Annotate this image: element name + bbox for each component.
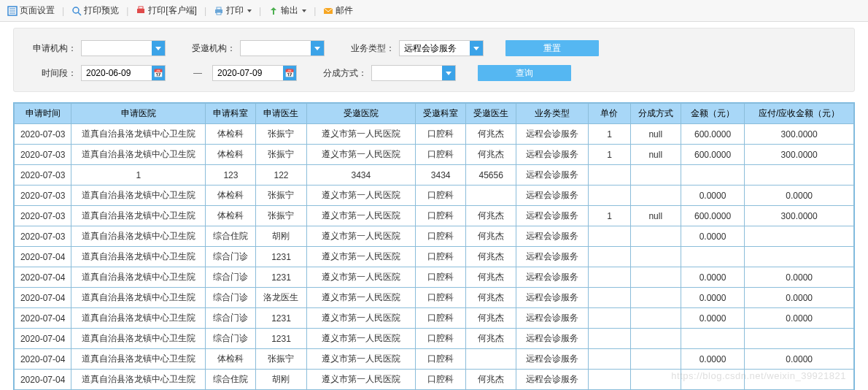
table-row[interactable]: 2020-07-04道真自治县洛龙镇中心卫生院体检科张振宁遵义市第一人民医院口腔… [15,349,854,370]
table-cell: 1231 [256,247,306,267]
biz-type-select[interactable] [399,40,484,56]
mail-button[interactable]: 邮件 [322,3,354,18]
column-header: 单价 [589,104,631,124]
table-cell [589,226,631,247]
filter-row-2: 时间段： 📅 — 📅 分成方式： 查询 [28,65,840,81]
apply-org-input[interactable] [82,41,152,56]
table-cell [745,370,854,390]
date-to-field[interactable] [213,66,283,80]
dropdown-trigger[interactable] [152,41,165,56]
export-button[interactable]: 输出 [267,3,308,18]
column-header: 申请医生 [256,104,306,124]
table-cell: 2020-07-04 [15,329,71,349]
dropdown-trigger[interactable] [442,66,455,80]
table-cell: 0.0000 [745,186,854,206]
table-cell: 综合门诊 [206,288,256,308]
table-cell: 张振宁 [256,124,306,145]
table-cell: 0.0000 [745,288,854,308]
table-row[interactable]: 2020-07-04道真自治县洛龙镇中心卫生院综合门诊1231遵义市第一人民医院… [15,329,854,349]
table-cell: 遵义市第一人民医院 [306,247,416,267]
table-row[interactable]: 2020-07-04道真自治县洛龙镇中心卫生院综合门诊1231遵义市第一人民医院… [15,267,854,288]
dropdown-trigger[interactable] [470,41,483,56]
table-cell: 口腔科 [416,288,466,308]
chevron-down-icon [473,47,479,50]
table-cell: 体检科 [206,145,256,165]
filter-panel: 申请机构： 受邀机构： 业务类型： 重置 时间段： [13,28,855,92]
toolbar-label: 打印 [226,4,244,17]
table-cell: 综合门诊 [206,267,256,288]
table-row[interactable]: 2020-07-03道真自治县洛龙镇中心卫生院体检科张振宁遵义市第一人民医院口腔… [15,145,854,165]
table-row[interactable]: 2020-07-03道真自治县洛龙镇中心卫生院体检科张振宁遵义市第一人民医院口腔… [15,206,854,226]
table-row[interactable]: 2020-07-0311231223434343445656远程会诊服务 [15,165,854,186]
table-cell: 2020-07-03 [15,186,71,206]
table-row[interactable]: 2020-07-04道真自治县洛龙镇中心卫生院综合门诊1231遵义市第一人民医院… [15,308,854,329]
results-table: 申请时间申请医院申请科室申请医生受邀医院受邀科室受邀医生业务类型单价分成方式金额… [14,103,854,390]
table-cell [589,186,631,206]
table-cell: 600.0000 [681,124,744,145]
table-cell: 遵义市第一人民医院 [306,349,416,370]
table-cell [589,329,631,349]
split-mode-select[interactable] [371,65,456,81]
table-cell [630,288,681,308]
dropdown-trigger[interactable] [311,41,324,56]
svg-rect-9 [217,7,221,9]
table-cell: 综合门诊 [206,308,256,329]
apply-org-select[interactable] [81,40,166,56]
table-cell: 何兆杰 [466,370,516,390]
date-to-input[interactable]: 📅 [212,65,297,81]
table-row[interactable]: 2020-07-03道真自治县洛龙镇中心卫生院综合住院胡刚遵义市第一人民医院口腔… [15,226,854,247]
print-preview-button[interactable]: 打印预览 [70,3,120,18]
table-cell: 综合住院 [206,226,256,247]
invited-org-label: 受邀机构： [187,42,236,55]
table-cell: 何兆杰 [466,226,516,247]
table-cell: 远程会诊服务 [516,186,589,206]
table-cell: 何兆杰 [466,329,516,349]
table-cell: 遵义市第一人民医院 [306,267,416,288]
print-icon [214,6,224,16]
svg-point-4 [73,7,79,13]
table-cell: 2020-07-03 [15,145,71,165]
column-header: 分成方式 [630,104,681,124]
table-row[interactable]: 2020-07-03道真自治县洛龙镇中心卫生院体检科张振宁遵义市第一人民医院口腔… [15,186,854,206]
invited-org-select[interactable] [240,40,325,56]
print-client-button[interactable]: 打印[客户端] [134,3,198,18]
table-cell: 2020-07-04 [15,349,71,370]
table-cell: 体检科 [206,349,256,370]
column-header: 申请医院 [71,104,206,124]
table-cell: 张振宁 [256,186,306,206]
calendar-trigger[interactable]: 📅 [283,66,296,80]
calendar-trigger[interactable]: 📅 [152,66,165,80]
table-cell: 何兆杰 [466,288,516,308]
print-button[interactable]: 打印 [212,3,253,18]
query-button[interactable]: 查询 [478,65,571,81]
invited-org-input[interactable] [241,41,311,56]
table-row[interactable]: 2020-07-04道真自治县洛龙镇中心卫生院综合门诊1231遵义市第一人民医院… [15,247,854,267]
table-cell [589,308,631,329]
biz-type-input[interactable] [400,41,470,56]
table-cell: 体检科 [206,186,256,206]
date-from-input[interactable]: 📅 [81,65,166,81]
table-cell [630,186,681,206]
table-cell [745,247,854,267]
date-from-field[interactable] [82,66,152,80]
table-cell: 道真自治县洛龙镇中心卫生院 [71,329,206,349]
table-cell [630,247,681,267]
table-cell [589,370,631,390]
toolbar-label: 页面设置 [20,4,55,17]
table-cell: 600.0000 [681,145,744,165]
split-mode-input[interactable] [372,66,442,80]
table-cell: 2020-07-03 [15,124,71,145]
page-setup-button[interactable]: 页面设置 [6,3,56,18]
table-cell [745,329,854,349]
table-cell: 何兆杰 [466,267,516,288]
table-row[interactable]: 2020-07-04道真自治县洛龙镇中心卫生院综合住院胡刚遵义市第一人民医院口腔… [15,370,854,390]
table-cell: 2020-07-04 [15,370,71,390]
calendar-icon: 📅 [153,69,163,77]
table-cell: null [630,206,681,226]
table-cell: 2020-07-03 [15,226,71,247]
table-cell: 道真自治县洛龙镇中心卫生院 [71,349,206,370]
table-cell: 道真自治县洛龙镇中心卫生院 [71,206,206,226]
table-row[interactable]: 2020-07-03道真自治县洛龙镇中心卫生院体检科张振宁遵义市第一人民医院口腔… [15,124,854,145]
table-row[interactable]: 2020-07-04道真自治县洛龙镇中心卫生院综合门诊洛龙医生遵义市第一人民医院… [15,288,854,308]
reset-button[interactable]: 重置 [505,40,599,56]
